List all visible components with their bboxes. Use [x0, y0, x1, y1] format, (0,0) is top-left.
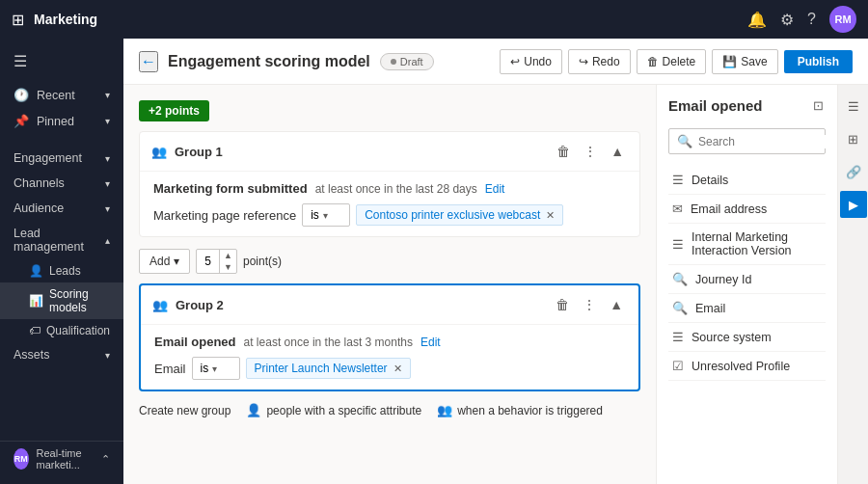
- page-header: ← Engagement scoring model Draft ↩ Undo …: [123, 39, 868, 85]
- sidebar: ☰ 🕐 Recent ▾ 📌 Pinned ▾ Engagement: [0, 39, 123, 484]
- sidebar-subitem-qualification[interactable]: 🏷 Qualification: [0, 319, 123, 342]
- group1-title: Group 1: [175, 145, 553, 159]
- top-bar: ⊞ Marketing 🔔 ⚙ ? RM: [0, 0, 868, 39]
- panel-item-unresolved-profile[interactable]: ☑ Unresolved Profile: [668, 352, 826, 381]
- group1-card: 👥 Group 1 🗑 ⋮ ▲ Marketing form submitted…: [139, 131, 640, 237]
- strip-list-icon[interactable]: ☰: [840, 93, 867, 120]
- sidebar-item-recent[interactable]: 🕐 Recent ▾: [0, 82, 123, 108]
- help-icon[interactable]: ?: [807, 11, 816, 28]
- sidebar-item-lead-management[interactable]: Lead management ▴: [0, 221, 123, 259]
- sidebar-subitem-scoring-models[interactable]: 📊 Scoring models: [0, 282, 123, 319]
- group1-filter-chevron: ▾: [323, 210, 328, 221]
- strip-table-icon[interactable]: ⊞: [840, 125, 867, 152]
- group2-filter-tag-close[interactable]: ✕: [393, 363, 402, 375]
- create-option-behavior[interactable]: 👥 when a behavior is triggered: [437, 403, 603, 417]
- group2-edit-link[interactable]: Edit: [420, 336, 441, 349]
- panel-item-source-system[interactable]: ☰ Source system: [668, 323, 826, 352]
- body-area: +2 points 👥 Group 1 🗑 ⋮ ▲ M: [123, 85, 868, 484]
- main-layout: ☰ 🕐 Recent ▾ 📌 Pinned ▾ Engagement: [0, 39, 868, 484]
- header-actions: ↩ Undo ↪ Redo 🗑 Delete 💾 Save Publish: [500, 49, 853, 74]
- add-button[interactable]: Add ▾: [139, 249, 190, 274]
- sidebar-item-assets[interactable]: Assets ▾: [0, 342, 123, 367]
- group1-filter-op[interactable]: is ▾: [302, 203, 350, 227]
- internal-marketing-icon: ☰: [672, 237, 684, 252]
- group2-delete-button[interactable]: 🗑: [552, 295, 573, 314]
- search-icon: 🔍: [677, 134, 692, 148]
- side-strip: ☰ ⊞ 🔗 ▶: [837, 85, 868, 484]
- settings-icon[interactable]: ⚙: [780, 11, 794, 29]
- group1-more-button[interactable]: ⋮: [580, 142, 601, 161]
- search-box: 🔍: [668, 128, 826, 154]
- details-icon: ☰: [672, 173, 684, 187]
- unresolved-profile-icon: ☑: [672, 359, 684, 373]
- hamburger-icon[interactable]: ☰: [0, 46, 123, 76]
- strip-link-icon[interactable]: 🔗: [840, 158, 867, 185]
- group1-icon: 👥: [151, 145, 167, 159]
- panel-item-email[interactable]: 🔍 Email: [668, 294, 826, 323]
- sidebar-item-pinned[interactable]: 📌 Pinned ▾: [0, 108, 123, 134]
- panel-item-email-address[interactable]: ✉ Email address: [668, 195, 826, 224]
- create-option-attribute[interactable]: 👤 people with a specific attribute: [246, 403, 421, 417]
- group1-delete-button[interactable]: 🗑: [553, 142, 574, 161]
- bell-icon[interactable]: 🔔: [747, 11, 767, 29]
- sidebar-bottom-item[interactable]: RM Real-time marketi... ⌃: [0, 441, 123, 476]
- stepper-up-button[interactable]: ▲: [220, 250, 236, 261]
- source-system-icon: ☰: [672, 330, 684, 344]
- avatar[interactable]: RM: [829, 6, 856, 33]
- back-button[interactable]: ←: [139, 51, 158, 72]
- right-panel: Email opened ⊡ 🔍 ☰ Details ✉: [656, 85, 868, 484]
- panel-title: Email opened: [668, 97, 763, 114]
- journey-id-icon: 🔍: [672, 272, 688, 286]
- group1-condition-label: Marketing form submitted: [153, 181, 308, 196]
- group1-body: Marketing form submitted at least once i…: [140, 172, 639, 236]
- group1-condition-desc: at least once in the last 28 days: [315, 182, 477, 196]
- canvas: +2 points 👥 Group 1 🗑 ⋮ ▲ M: [123, 85, 656, 484]
- stepper-down-button[interactable]: ▼: [220, 261, 236, 273]
- group2-title: Group 2: [176, 298, 552, 312]
- panel-item-internal-marketing[interactable]: ☰ Internal Marketing Interaction Version: [668, 224, 826, 265]
- group2-filter-op[interactable]: is ▾: [192, 357, 240, 380]
- group1-filter-tag: Contoso printer exclusive webcast ✕: [356, 204, 563, 226]
- points-value: 5: [197, 251, 219, 272]
- email-icon: 🔍: [672, 301, 688, 315]
- group2-filter-chevron: ▾: [212, 363, 217, 374]
- panel-title-row: Email opened ⊡: [668, 96, 826, 115]
- save-icon: 💾: [722, 55, 737, 68]
- create-group-row: Create new group 👤 people with a specifi…: [139, 403, 640, 417]
- add-points-row: Add ▾ 5 ▲ ▼ point(s): [139, 249, 640, 274]
- undo-button[interactable]: ↩ Undo: [500, 49, 562, 74]
- group2-more-button[interactable]: ⋮: [579, 295, 600, 314]
- sidebar-item-audience[interactable]: Audience ▾: [0, 196, 123, 221]
- stepper-buttons: ▲ ▼: [219, 250, 236, 273]
- group1-collapse-button[interactable]: ▲: [607, 142, 628, 161]
- sidebar-item-engagement[interactable]: Engagement ▾: [0, 146, 123, 171]
- group2-filter-tag: Printer Launch Newsletter ✕: [246, 358, 411, 379]
- email-address-icon: ✉: [672, 202, 683, 216]
- attribute-icon: 👤: [246, 403, 261, 417]
- draft-badge: Draft: [380, 53, 434, 70]
- draft-dot: [391, 59, 396, 65]
- search-input[interactable]: [698, 135, 837, 148]
- points-stepper: 5 ▲ ▼: [196, 249, 237, 274]
- save-button[interactable]: 💾 Save: [712, 49, 777, 74]
- panel-item-details[interactable]: ☰ Details: [668, 166, 826, 195]
- redo-button[interactable]: ↪ Redo: [568, 49, 631, 74]
- panel-item-journey-id[interactable]: 🔍 Journey Id: [668, 265, 826, 294]
- group2-condition-label: Email opened: [154, 335, 236, 349]
- sidebar-subitem-leads[interactable]: 👤 Leads: [0, 259, 123, 282]
- group2-filter-row: Email is ▾ Printer Launch Newsletter ✕: [154, 357, 625, 380]
- strip-panel-icon[interactable]: ▶: [840, 191, 867, 218]
- group1-filter-tag-close[interactable]: ✕: [546, 209, 555, 222]
- group2-filter-label: Email: [154, 362, 186, 376]
- group2-condition-desc: at least once in the last 3 months: [244, 336, 413, 349]
- group2-collapse-button[interactable]: ▲: [606, 295, 627, 314]
- delete-button[interactable]: 🗑 Delete: [637, 49, 707, 74]
- panel-expand-button[interactable]: ⊡: [811, 96, 826, 115]
- top-bar-icons: 🔔 ⚙ ? RM: [747, 6, 856, 33]
- group2-condition-row: Email opened at least once in the last 3…: [154, 335, 625, 349]
- delete-icon: 🗑: [647, 55, 659, 68]
- group1-edit-link[interactable]: Edit: [485, 182, 505, 196]
- grid-icon[interactable]: ⊞: [12, 11, 24, 29]
- publish-button[interactable]: Publish: [784, 50, 853, 73]
- sidebar-item-channels[interactable]: Channels ▾: [0, 171, 123, 196]
